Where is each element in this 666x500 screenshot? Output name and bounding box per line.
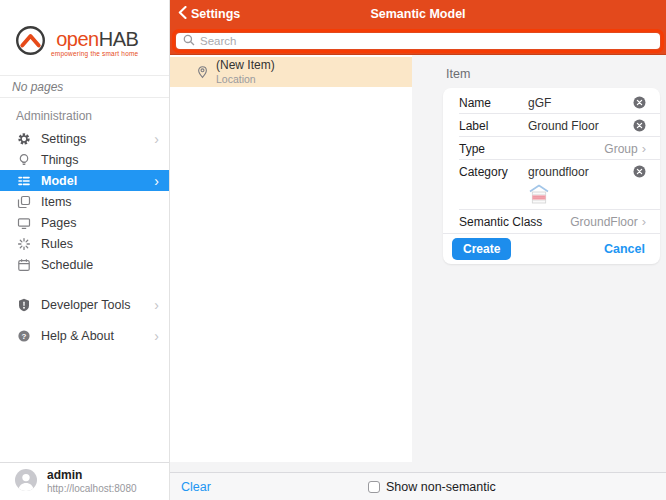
chevron-right-icon: › bbox=[154, 329, 159, 343]
cancel-button[interactable]: Cancel bbox=[604, 242, 645, 256]
checkbox-label: Show non-semantic bbox=[386, 480, 496, 494]
calendar-icon bbox=[16, 258, 31, 272]
sidebar-item-developer-tools[interactable]: Developer Tools › bbox=[0, 294, 169, 315]
clear-button[interactable]: Clear bbox=[181, 480, 211, 494]
model-tree-icon bbox=[16, 174, 31, 188]
sidebar-item-schedule[interactable]: Schedule bbox=[0, 254, 169, 275]
item-block-title: Item bbox=[446, 67, 660, 81]
model-content: (New Item) Location Item Name gGF bbox=[170, 55, 666, 462]
tree-item-subtitle: Location bbox=[216, 73, 275, 85]
sidebar-item-items[interactable]: Items bbox=[0, 191, 169, 212]
username: admin bbox=[47, 469, 137, 483]
no-pages-label: No pages bbox=[0, 75, 169, 98]
item-form-card: Name gGF Label Ground Floor bbox=[443, 88, 660, 264]
search-icon bbox=[183, 32, 195, 50]
main-area: Settings Semantic Model bbox=[170, 0, 666, 500]
chevron-right-icon: › bbox=[642, 215, 646, 228]
chevron-right-icon: › bbox=[154, 298, 159, 312]
lightbulb-icon bbox=[16, 153, 31, 167]
form-row-semantic-class: Semantic Class GroundFloor › bbox=[443, 210, 660, 233]
gear-icon bbox=[16, 132, 31, 146]
page-title: Semantic Model bbox=[170, 7, 666, 21]
chevron-right-icon: › bbox=[154, 132, 159, 146]
search-highlight-box bbox=[172, 29, 664, 53]
brand-wordmark: openHAB bbox=[56, 29, 138, 49]
category-label: Category bbox=[459, 165, 528, 179]
checkbox-unchecked[interactable] bbox=[368, 481, 380, 493]
form-row-type: Type Group › bbox=[443, 137, 660, 160]
type-select[interactable]: Group › bbox=[604, 142, 646, 156]
sparkle-icon bbox=[16, 237, 31, 251]
tree-item-title: (New Item) bbox=[216, 59, 275, 73]
create-button[interactable]: Create bbox=[452, 238, 511, 260]
sidebar-item-help-about[interactable]: ? Help & About › bbox=[0, 325, 169, 346]
monitor-icon bbox=[16, 216, 31, 230]
tree-item-new-item[interactable]: (New Item) Location bbox=[170, 57, 412, 87]
form-row-name: Name gGF bbox=[443, 91, 660, 114]
bottom-toolbar: Clear Show non-semantic bbox=[170, 472, 666, 500]
sidebar-item-settings[interactable]: Settings › bbox=[0, 128, 169, 149]
semantic-class-label: Semantic Class bbox=[459, 215, 542, 229]
openhab-house-logo-icon bbox=[14, 24, 47, 61]
model-tree-panel: (New Item) Location bbox=[170, 55, 412, 462]
sidebar-item-things[interactable]: Things bbox=[0, 149, 169, 170]
form-row-label: Label Ground Floor bbox=[443, 114, 660, 137]
administration-section-label: Administration bbox=[16, 109, 169, 123]
location-pin-icon bbox=[197, 65, 208, 79]
form-actions: Create Cancel bbox=[443, 233, 660, 264]
navbar: Settings Semantic Model bbox=[170, 0, 666, 28]
openhab-logo[interactable]: openHAB empowering the smart home bbox=[0, 0, 169, 75]
admin-menu: Settings › Things bbox=[0, 128, 169, 275]
sidebar-item-model[interactable]: Model › bbox=[0, 170, 169, 191]
groundfloor-icon bbox=[528, 183, 550, 211]
user-account[interactable]: admin http://localhost:8080 bbox=[0, 462, 169, 500]
clear-label-icon[interactable] bbox=[633, 119, 646, 132]
secondary-menu: Developer Tools › ? Help & About › bbox=[0, 294, 169, 346]
name-field[interactable]: gGF bbox=[528, 96, 625, 110]
sidebar-item-rules[interactable]: Rules bbox=[0, 233, 169, 254]
brand-tagline: empowering the smart home bbox=[51, 50, 138, 57]
category-icon-preview bbox=[443, 183, 660, 210]
bottom-strip bbox=[170, 462, 666, 472]
chevron-right-icon: › bbox=[154, 174, 159, 188]
chevron-left-icon bbox=[178, 5, 187, 23]
sidebar-item-pages[interactable]: Pages bbox=[0, 212, 169, 233]
server-url: http://localhost:8080 bbox=[47, 483, 137, 495]
category-field[interactable]: groundfloor bbox=[528, 165, 625, 179]
semantic-class-select[interactable]: GroundFloor › bbox=[570, 215, 646, 229]
search-subnav bbox=[170, 28, 666, 55]
label-field[interactable]: Ground Floor bbox=[528, 119, 625, 133]
avatar bbox=[15, 469, 37, 495]
question-circle-icon: ? bbox=[16, 329, 31, 343]
svg-text:?: ? bbox=[21, 331, 26, 340]
back-to-settings-button[interactable]: Settings bbox=[170, 5, 240, 23]
shield-exclamation-icon bbox=[16, 298, 31, 312]
clear-name-icon[interactable] bbox=[633, 96, 646, 109]
search-input[interactable] bbox=[200, 35, 653, 47]
label-label: Label bbox=[459, 119, 528, 133]
chevron-right-icon: › bbox=[642, 142, 646, 155]
item-details-panel: Item Name gGF Label Ground Floor bbox=[412, 55, 666, 462]
name-label: Name bbox=[459, 96, 528, 110]
form-row-category: Category groundfloor bbox=[443, 160, 660, 183]
sidebar: openHAB empowering the smart home No pag… bbox=[0, 0, 170, 500]
type-label: Type bbox=[459, 142, 485, 156]
openhab-admin-app: openHAB empowering the smart home No pag… bbox=[0, 0, 666, 500]
show-non-semantic-toggle[interactable]: Show non-semantic bbox=[368, 480, 496, 494]
searchbar[interactable] bbox=[176, 33, 660, 49]
copy-icon bbox=[16, 195, 31, 209]
clear-category-icon[interactable] bbox=[633, 165, 646, 178]
